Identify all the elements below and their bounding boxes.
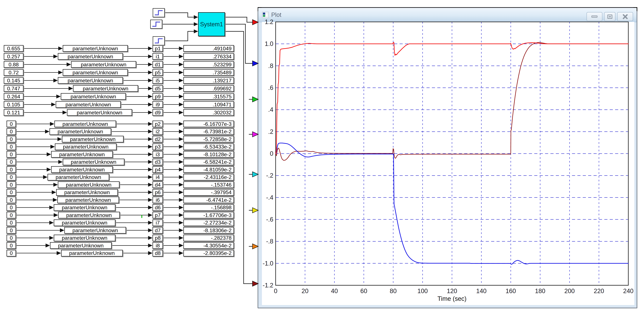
- plot-input-arrow-cyan[interactable]: [252, 172, 258, 177]
- canvas: 0.655parameterUnknownp1.4910490.257param…: [0, 0, 644, 316]
- plot-input-arrow-orange[interactable]: [252, 244, 258, 249]
- plot-input-arrow-red[interactable]: [252, 20, 258, 25]
- plot-input-arrow-magenta[interactable]: [252, 132, 258, 137]
- plot-input-arrow-dark-red[interactable]: [252, 281, 258, 286]
- plot-input-arrow-blue[interactable]: [252, 61, 258, 66]
- plot-input-arrow-green[interactable]: [252, 97, 258, 102]
- plot-input-arrow-yellow[interactable]: [252, 208, 258, 213]
- plot-input-ports: [0, 0, 644, 316]
